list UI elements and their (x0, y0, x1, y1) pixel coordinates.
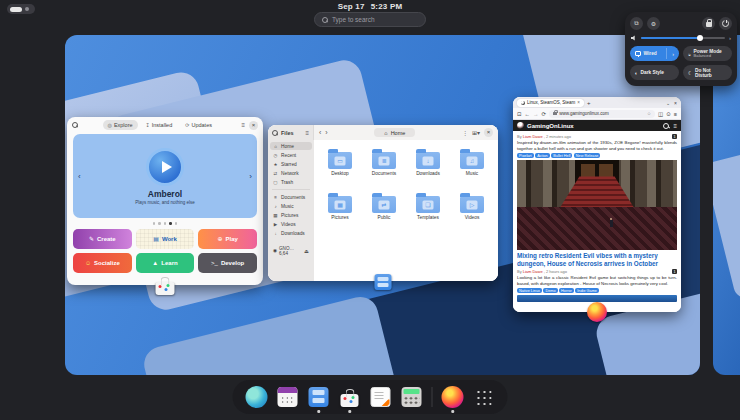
dock-item-app-grid[interactable] (473, 386, 495, 408)
close-button[interactable]: × (249, 121, 258, 130)
list-tabs-icon[interactable]: ⌄ (666, 100, 670, 106)
reload-button[interactable]: ⟳ (542, 111, 547, 117)
site-menu-icon[interactable]: ≡ (673, 123, 677, 129)
author-link[interactable]: Liam Dawe (523, 134, 543, 139)
dock-item-calendar[interactable] (277, 386, 299, 408)
folder-documents[interactable]: ≣Documents (362, 148, 406, 192)
browser-tab[interactable]: Linux, SteamOS, Steam × (517, 99, 584, 107)
volume-slider-knob[interactable] (697, 35, 703, 41)
window-files[interactable]: Files ≡ ‹ › ⌂Home ⋮ ⊞▾ × ⌂Home (268, 125, 498, 281)
volume-slider[interactable] (641, 37, 725, 40)
sidebar-item-drive[interactable]: ◉GNO… 6,64⏏ (270, 244, 312, 257)
folder-pictures[interactable]: ▦Pictures (318, 192, 362, 236)
sidebar-icon[interactable]: ⊡ (517, 111, 522, 117)
power-button[interactable] (719, 17, 732, 30)
dock-item-files[interactable] (308, 386, 330, 408)
window-firefox[interactable]: Linux, SteamOS, Steam × + ⌄ × ⊡ ← → ⟳ (513, 97, 681, 312)
dock-item-software[interactable] (339, 386, 361, 408)
site-logo-icon[interactable] (517, 122, 524, 129)
sidebar-item-home[interactable]: ⌂Home (270, 142, 312, 150)
extensions-icon[interactable]: ◫ (658, 111, 663, 117)
tab-installed[interactable]: ↧Installed (141, 120, 178, 130)
power-mode-toggle[interactable]: ◒ Power ModeBalanced (683, 46, 732, 61)
sidebar-item-downloads[interactable]: ↓Downloads (270, 229, 312, 237)
tab-close-icon[interactable]: × (577, 100, 580, 105)
category-play[interactable]: ⊕Play (198, 229, 257, 249)
kebab-menu-icon[interactable]: ⋮ (462, 129, 468, 136)
wired-toggle[interactable]: Wired › (630, 46, 679, 61)
carousel-prev-button[interactable]: ‹ (78, 172, 81, 181)
dark-style-toggle[interactable]: ◐ Dark Style (630, 65, 679, 80)
tag[interactable]: Horror (559, 288, 574, 293)
url-bar[interactable]: www.gamingonlinux.com ☆ (549, 110, 655, 118)
folder-public[interactable]: ⇄Public (362, 192, 406, 236)
tag[interactable]: Bullet Hell (551, 153, 572, 158)
dock-item-web-browser[interactable] (246, 386, 268, 408)
folder-music[interactable]: ♫Music (450, 148, 494, 192)
article-screenshot[interactable] (517, 160, 677, 250)
search-icon[interactable] (272, 130, 278, 136)
hamburger-icon[interactable]: ≡ (305, 130, 309, 136)
dock-item-text-editor[interactable] (370, 386, 392, 408)
forward-button[interactable]: › (325, 129, 327, 136)
back-button[interactable]: ← (525, 111, 531, 117)
sidebar-item-videos[interactable]: ▶Videos (270, 220, 312, 228)
tab-explore[interactable]: ◎Explore (103, 120, 138, 130)
new-tab-button[interactable]: + (587, 100, 591, 106)
site-search-icon[interactable] (663, 123, 669, 129)
sidebar-item-trash[interactable]: ▢Trash (270, 178, 312, 186)
forward-button[interactable]: → (533, 111, 539, 117)
category-create[interactable]: ✎Create (73, 229, 132, 249)
tag[interactable]: Action (535, 153, 550, 158)
sidebar-item-starred[interactable]: ★Starred (270, 160, 312, 168)
sidebar-item-network[interactable]: ⇄Network (270, 169, 312, 177)
tag[interactable]: Indie Game (575, 288, 599, 293)
tag[interactable]: New Release (574, 153, 601, 158)
carousel-dots[interactable] (67, 222, 263, 225)
menu-icon[interactable]: ≡ (674, 111, 677, 117)
folder-desktop[interactable]: ▭Desktop (318, 148, 362, 192)
screenshot-button[interactable]: ⧉ (630, 17, 643, 30)
dock-item-calculator[interactable] (401, 386, 423, 408)
featured-app-banner[interactable]: ‹ › Amberol Plays music, and nothing els… (73, 134, 257, 218)
chevron-right-icon[interactable]: › (729, 35, 731, 41)
account-icon[interactable]: ⊙ (666, 111, 671, 117)
tag[interactable]: Demo (543, 288, 557, 293)
menu-icon[interactable]: ≡ (241, 122, 245, 128)
window-close-button[interactable]: × (674, 100, 677, 106)
clock[interactable]: Sep 175:23 PM (0, 2, 740, 11)
sidebar-item-pictures[interactable]: ▦Pictures (270, 211, 312, 219)
view-toggle-icon[interactable]: ⊞▾ (472, 129, 480, 136)
tag[interactable]: Pixelart (517, 153, 534, 158)
do-not-disturb-toggle[interactable]: ☾ Do Not Disturb (683, 65, 732, 80)
sidebar-item-music[interactable]: ♪Music (270, 202, 312, 210)
workspace-active[interactable]: ◎Explore ↧Installed ⟳Updates ≡ × ‹ › Amb… (65, 35, 700, 375)
article-screenshot[interactable] (517, 295, 677, 302)
site-name[interactable]: GamingOnLinux (527, 123, 574, 129)
comment-count-badge[interactable]: 1 (672, 134, 677, 139)
close-button[interactable]: × (484, 128, 493, 137)
settings-button[interactable]: ⚙ (647, 17, 660, 30)
lock-button[interactable] (702, 17, 715, 30)
folder-videos[interactable]: ▷Videos (450, 192, 494, 236)
comment-count-badge[interactable]: 1 (672, 269, 677, 274)
workspace-next[interactable] (713, 35, 740, 375)
author-link[interactable]: Liam Dawe (523, 269, 543, 274)
article-title-link[interactable]: Mixing retro Resident Evil vibes with a … (517, 252, 677, 268)
category-learn[interactable]: ▲Learn (136, 253, 195, 273)
category-work[interactable]: ▤Work (136, 229, 195, 249)
tag[interactable]: Native Linux (517, 288, 542, 293)
search-icon[interactable] (72, 122, 78, 128)
sidebar-item-documents[interactable]: ≡Documents (270, 193, 312, 201)
eject-icon[interactable]: ⏏ (304, 248, 309, 254)
sidebar-item-recent[interactable]: ◷Recent (270, 151, 312, 159)
path-bar[interactable]: ⌂Home (374, 128, 415, 137)
search-input[interactable]: Type to search (314, 12, 426, 27)
window-software[interactable]: ◎Explore ↧Installed ⟳Updates ≡ × ‹ › Amb… (67, 117, 263, 285)
carousel-next-button[interactable]: › (249, 172, 252, 181)
category-socialize[interactable]: ☺Socialize (73, 253, 132, 273)
bookmark-star-icon[interactable]: ☆ (647, 111, 651, 116)
tab-updates[interactable]: ⟳Updates (180, 120, 217, 130)
back-button[interactable]: ‹ (319, 129, 321, 136)
folder-downloads[interactable]: ↓Downloads (406, 148, 450, 192)
